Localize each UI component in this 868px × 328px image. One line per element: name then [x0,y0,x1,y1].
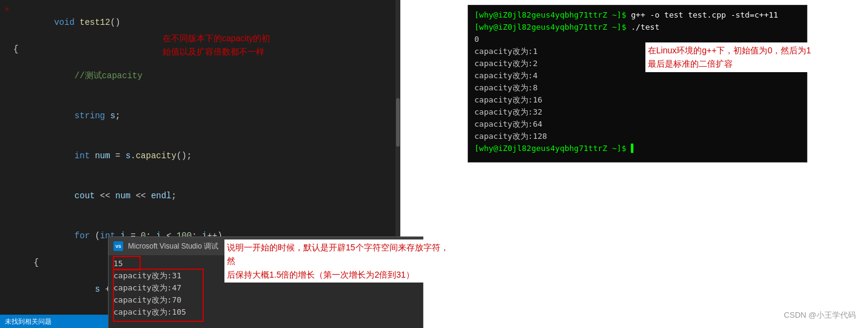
code-line: int num = s.capacity(); [5,136,400,176]
code-line: //测试capacity [5,56,400,96]
console-output-line-3: capacity改为:70 [113,294,418,306]
vs-annotation: 说明一开始的时候，默认是开辟15个字符空间来存放字符，然 后保持大概1.5倍的增… [224,239,455,283]
line-text: string s; [13,96,400,136]
scrollbar-thumb[interactable] [396,98,400,147]
status-text: 未找到相关问题 [5,315,52,328]
line-text: cout << num << endl; [13,176,400,216]
console-output-line-4: capacity改为:105 [113,306,418,318]
code-annotation: 在不同版本下的capacity的初 始值以及扩容倍数都不一样 [163,32,270,59]
linux-annotation: 在Linux环境的g++下，初始值为0，然后为1 最后是标准的二倍扩容 [645,42,813,72]
linux-cmd-2: [why@iZ0jl82geus4yqbhg71ttrZ ~]$ ./test [474,21,801,33]
terminal-prompt-3: [why@iZ0jl82geus4yqbhg71ttrZ ~]$ [474,144,626,153]
linux-cap-6: capacity改为:32 [474,106,801,118]
linux-terminal: [why@iZ0jl82geus4yqbhg71ttrZ ~]$ g++ -o … [468,5,807,162]
terminal-prompt-2: [why@iZ0jl82geus4yqbhg71ttrZ ~]$ [474,22,626,32]
code-line: cout << num << endl; [5,176,400,216]
terminal-prompt-1: [why@iZ0jl82geus4yqbhg71ttrZ ~]$ [474,10,626,19]
console-output-line-2: capacity改为:47 [113,282,418,294]
line-text: int num = s.capacity(); [13,136,400,176]
linux-cap-7: capacity改为:64 [474,118,801,130]
vs-icon: VS [113,241,123,251]
line-text: //测试capacity [13,56,400,96]
console-title: Microsoft Visual Studio 调试 [128,241,218,252]
linux-cap-8: capacity改为:128 [474,130,801,142]
linux-cap-4: capacity改为:8 [474,82,801,94]
csdn-watermark: CSDN @小王学代码 [784,310,856,321]
code-annotation-text: 在不同版本下的capacity的初 始值以及扩容倍数都不一样 [163,32,270,59]
terminal-cmd-2: ./test [626,22,659,32]
terminal-cmd-1: g++ -o test test.cpp -std=c++11 [626,10,778,19]
linux-cap-5: capacity改为:16 [474,94,801,106]
linux-terminal-content: [why@iZ0jl82geus4yqbhg71ttrZ ~]$ g++ -o … [468,5,807,158]
line-indicator: = [5,3,13,16]
linux-cmd-1: [why@iZ0jl82geus4yqbhg71ttrZ ~]$ g++ -o … [474,9,801,21]
linux-prompt-final: [why@iZ0jl82geus4yqbhg71ttrZ ~]$ ▌ [474,142,801,155]
code-line: string s; [5,96,400,136]
